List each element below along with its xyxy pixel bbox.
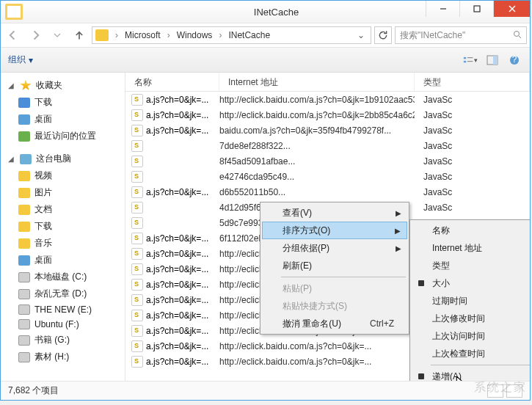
menu-item[interactable]: 名称 xyxy=(412,222,530,239)
tree-item-icon xyxy=(18,238,30,249)
tree-item[interactable]: THE NEW (E:) xyxy=(1,302,125,317)
close-button[interactable] xyxy=(493,1,530,17)
folder-app-icon xyxy=(5,4,23,20)
breadcrumb-item[interactable]: Microsoft xyxy=(122,29,164,42)
tree-item[interactable]: 图片 xyxy=(1,184,125,201)
chevron-right-icon: › xyxy=(165,30,172,40)
js-file-icon xyxy=(131,248,143,260)
menu-item-label: 查看(V) xyxy=(283,207,312,219)
js-file-icon xyxy=(131,233,143,244)
file-row[interactable]: a.js?ch=0&jk=...http://eclick.baidu.com/… xyxy=(125,107,530,123)
tree-item-icon xyxy=(18,319,30,329)
tree-item-icon xyxy=(18,272,30,282)
breadcrumb-item[interactable]: Windows xyxy=(174,29,216,42)
file-row[interactable]: 8f45ad5091afbae...JavaSc xyxy=(125,153,530,169)
tree-item-label: 素材 (H:) xyxy=(34,351,69,363)
organize-button[interactable]: 组织 ▾ xyxy=(8,54,33,66)
file-name: a.js?ch=0&jk=... xyxy=(146,295,208,305)
breadcrumb-item[interactable]: INetCache xyxy=(225,29,273,42)
column-name[interactable]: 名称 xyxy=(125,73,219,91)
file-url: 8f45ad5091afbae... xyxy=(219,156,415,167)
tree-thispc-header[interactable]: ◢这台电脑 xyxy=(1,150,125,167)
menu-item: 粘贴快捷方式(S) xyxy=(262,297,407,315)
tree-item-icon xyxy=(18,255,30,266)
file-url: http://eclick.baidu.com/a.js?ch=0&jk=2bb… xyxy=(219,110,415,120)
menu-item[interactable]: 查看(V)▶ xyxy=(262,204,407,222)
nav-forward-button[interactable] xyxy=(26,26,45,45)
menu-item[interactable]: 分组依据(P)▶ xyxy=(262,239,407,257)
menu-item[interactable]: 排序方式(O)▶ xyxy=(262,222,407,239)
nav-recent-button[interactable] xyxy=(48,26,67,45)
maximize-button[interactable] xyxy=(459,1,493,17)
menu-item[interactable]: Internet 地址 xyxy=(412,239,530,257)
tree-item-label: 文档 xyxy=(34,203,52,216)
menu-item-label: 上次访问时间 xyxy=(432,330,485,343)
file-name: a.js?ch=0&jk=... xyxy=(146,264,208,274)
js-file-icon xyxy=(131,140,143,152)
menu-item[interactable]: 上次检查时间 xyxy=(412,345,530,362)
menu-item[interactable]: 类型 xyxy=(412,257,530,274)
tree-item-label: 本地磁盘 (C:) xyxy=(34,271,87,283)
tree-item[interactable]: 桌面 xyxy=(1,111,125,128)
search-input[interactable]: 搜索"INetCache" xyxy=(395,26,527,44)
nav-back-button[interactable] xyxy=(4,26,23,45)
file-type: JavaSc xyxy=(415,202,530,213)
file-type: JavaSc xyxy=(415,156,530,167)
tree-item[interactable]: 视频 xyxy=(1,167,125,184)
file-row[interactable]: a.js?ch=0&jk=...baidu.com/a.js?ch=0&jk=3… xyxy=(125,123,530,138)
sort-submenu: 名称Internet 地址类型大小过期时间上次修改时间上次访问时间上次检查时间递… xyxy=(409,219,530,381)
column-url[interactable]: Internet 地址 xyxy=(219,73,415,91)
js-file-icon xyxy=(131,294,143,306)
nav-up-button[interactable] xyxy=(70,26,89,45)
file-url: http://eclick.baidu.com/a.js?ch=0&jk=1b9… xyxy=(219,95,415,105)
tree-item[interactable]: 下载 xyxy=(1,218,125,235)
tree-item[interactable]: 下载 xyxy=(1,94,125,111)
menu-item-label: Internet 地址 xyxy=(432,242,482,255)
tree-favorites-header[interactable]: ◢收藏夹 xyxy=(1,77,125,94)
tree-item[interactable]: 本地磁盘 (C:) xyxy=(1,269,125,285)
status-bar: 7,682 个项目 xyxy=(1,381,530,400)
svg-rect-7 xyxy=(464,60,466,62)
chevron-right-icon: › xyxy=(216,30,224,40)
submenu-arrow-icon: ▶ xyxy=(396,209,401,217)
tree-item[interactable]: 书籍 (G:) xyxy=(1,332,125,349)
minimize-button[interactable] xyxy=(426,1,459,17)
column-type[interactable]: 类型 xyxy=(415,73,530,91)
menu-item[interactable]: 刷新(E) xyxy=(262,257,407,274)
breadcrumb[interactable]: › Microsoft › Windows › INetCache ⌄ xyxy=(92,26,371,44)
tree-item-label: 下载 xyxy=(34,96,52,109)
menu-item[interactable]: 上次访问时间 xyxy=(412,327,530,345)
tree-item[interactable]: 文档 xyxy=(1,201,125,218)
navigation-tree[interactable]: ◢收藏夹 下载桌面最近访问的位置 ◢这台电脑 视频图片文档下载音乐桌面本地磁盘 … xyxy=(1,73,125,381)
file-row[interactable]: a.js?ch=0&jk=...d6b552011b50...JavaSc xyxy=(125,184,530,200)
help-button[interactable]: ? xyxy=(506,53,522,68)
js-file-icon xyxy=(131,202,143,214)
svg-rect-1 xyxy=(474,6,480,12)
view-options-button[interactable]: ▾ xyxy=(462,53,478,68)
tree-item[interactable]: 最近访问的位置 xyxy=(1,128,125,145)
tree-item-label: 桌面 xyxy=(34,254,52,266)
menu-item[interactable]: 撤消 重命名(U)Ctrl+Z xyxy=(262,315,407,332)
chevron-down-icon[interactable]: ⌄ xyxy=(357,30,365,40)
js-file-icon xyxy=(131,340,143,352)
tree-item[interactable]: 音乐 xyxy=(1,235,125,252)
preview-pane-button[interactable] xyxy=(484,53,500,68)
file-row[interactable]: a.js?ch=0&jk=...http://eclick.baidu.com/… xyxy=(125,92,530,107)
tree-item[interactable]: Ubuntu (F:) xyxy=(1,317,125,332)
tree-item[interactable]: 素材 (H:) xyxy=(1,349,125,365)
menu-item: 粘贴(P) xyxy=(262,280,407,297)
menu-item[interactable]: 大小 xyxy=(412,274,530,292)
toolbar: 组织 ▾ ▾ ? xyxy=(1,48,530,73)
menu-item[interactable]: 上次修改时间 xyxy=(412,310,530,327)
bullet-icon xyxy=(418,373,424,379)
js-file-icon xyxy=(131,356,143,368)
js-file-icon xyxy=(131,263,143,275)
file-name: a.js?ch=0&jk=... xyxy=(146,125,208,136)
menu-item[interactable]: 过期时间 xyxy=(412,292,530,310)
file-row[interactable]: e42746cda95c49...JavaSc xyxy=(125,169,530,184)
menu-item[interactable]: 递增(A) xyxy=(412,368,530,381)
tree-item[interactable]: 杂乱无章 (D:) xyxy=(1,285,125,302)
tree-item[interactable]: 桌面 xyxy=(1,252,125,269)
file-row[interactable]: 7dde8ef288f322...JavaSc xyxy=(125,138,530,153)
refresh-button[interactable] xyxy=(374,26,392,44)
